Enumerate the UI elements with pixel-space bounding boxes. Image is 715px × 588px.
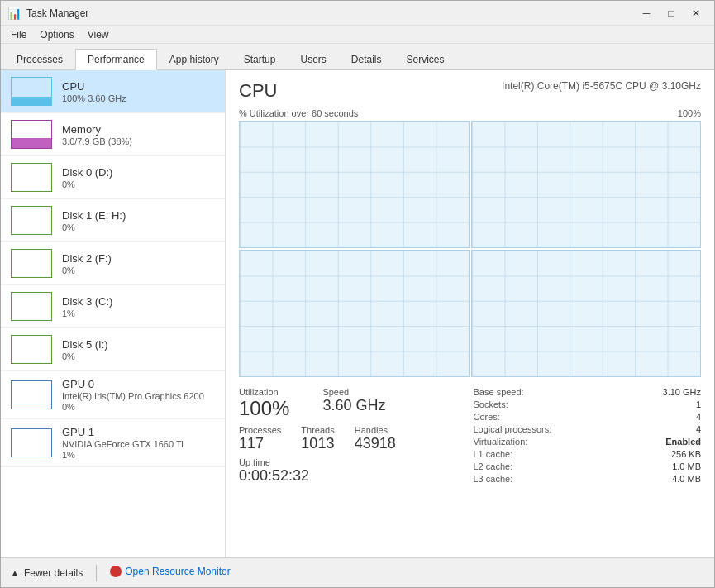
threads-section: Threads 1013	[301, 425, 334, 452]
sidebar-item-memory[interactable]: Memory 3.0/7.9 GB (38%)	[1, 113, 225, 156]
stats-left: Utilization 100% Speed 3.60 GHz	[239, 387, 467, 488]
stat-group-uptime: Up time 0:00:52:32	[239, 457, 467, 485]
sidebar-name-disk3: Disk 3 (C:)	[62, 295, 215, 308]
chevron-up-icon: ▲	[11, 568, 19, 577]
l1-label: L1 cache:	[474, 449, 513, 459]
speed-section: Speed 3.60 GHz	[322, 387, 385, 420]
fewer-details-button[interactable]: ▲ Fewer details	[11, 567, 83, 579]
l1-value: 256 KB	[671, 449, 701, 459]
stats-right: Base speed: 3.10 GHz Sockets: 1 Cores: 4…	[474, 387, 702, 488]
sidebar-name-gpu1: GPU 1	[62, 426, 215, 438]
stat-l3: L3 cache: 4.0 MB	[474, 474, 702, 484]
title-bar-controls: ─ □ ✕	[635, 5, 708, 22]
bottom-divider	[96, 565, 97, 581]
cpu-header: CPU Intel(R) Core(TM) i5-5675C CPU @ 3.1…	[239, 80, 701, 102]
sidebar-item-disk0[interactable]: Disk 0 (D:) 0%	[1, 156, 225, 199]
sidebar-item-gpu0[interactable]: GPU 0 Intel(R) Iris(TM) Pro Graphics 620…	[1, 371, 225, 419]
menu-file[interactable]: File	[4, 27, 33, 42]
processes-value: 117	[239, 435, 281, 452]
sidebar-item-disk5[interactable]: Disk 5 (I:) 0%	[1, 328, 225, 371]
sidebar-item-disk1[interactable]: Disk 1 (E: H:) 0%	[1, 199, 225, 242]
threads-label: Threads	[301, 425, 334, 435]
logical-value: 4	[696, 424, 701, 434]
sockets-value: 1	[696, 399, 701, 409]
virtualization-label: Virtualization:	[474, 437, 528, 447]
base-speed-label: Base speed:	[474, 387, 524, 397]
stat-logical: Logical processors: 4	[474, 424, 702, 434]
open-monitor-label: Open Resource Monitor	[125, 566, 230, 577]
sidebar-info-gpu1: GPU 1 NVIDIA GeForce GTX 1660 Ti 1%	[62, 426, 215, 460]
close-button[interactable]: ✕	[684, 5, 708, 22]
app-icon: 📊	[7, 7, 21, 20]
tab-users[interactable]: Users	[288, 48, 338, 69]
content-area: CPU 100% 3.60 GHz Memory 3.0/7.9 GB (38%…	[1, 70, 714, 557]
menu-view[interactable]: View	[81, 27, 116, 42]
l2-label: L2 cache:	[474, 461, 513, 471]
menu-options[interactable]: Options	[33, 27, 80, 42]
cpu-graph-grid-4	[472, 251, 701, 376]
sidebar-item-disk2[interactable]: Disk 2 (F:) 0%	[1, 242, 225, 285]
sidebar-info-disk3: Disk 3 (C:) 1%	[62, 295, 215, 318]
tab-app-history[interactable]: App history	[157, 48, 231, 69]
sidebar-thumb-disk1	[11, 206, 52, 235]
sidebar-name-disk2: Disk 2 (F:)	[62, 252, 215, 265]
maximize-button[interactable]: □	[660, 5, 683, 22]
sidebar-thumb-gpu1	[11, 428, 52, 457]
graph-label-bar: % Utilization over 60 seconds 100%	[239, 108, 701, 118]
open-resource-monitor-button[interactable]: Open Resource Monitor	[110, 566, 230, 580]
cpu-graph-grid-1	[240, 122, 469, 247]
l2-value: 1.0 MB	[672, 461, 701, 471]
sidebar-value-cpu: 100% 3.60 GHz	[62, 93, 215, 103]
sidebar-info-disk1: Disk 1 (E: H:) 0%	[62, 209, 215, 232]
sidebar-thumb-gpu0	[11, 380, 52, 409]
stat-base-speed: Base speed: 3.10 GHz	[474, 387, 702, 397]
sidebar-name-disk0: Disk 0 (D:)	[62, 166, 215, 179]
cpu-stats: Utilization 100% Speed 3.60 GHz	[239, 387, 701, 488]
tab-services[interactable]: Services	[394, 48, 457, 69]
utilization-value: 100%	[239, 397, 289, 420]
tab-processes[interactable]: Processes	[4, 48, 75, 69]
sidebar-item-disk3[interactable]: Disk 3 (C:) 1%	[1, 285, 225, 328]
sidebar-info-memory: Memory 3.0/7.9 GB (38%)	[62, 123, 215, 146]
processes-section: Processes 117	[239, 425, 281, 452]
sidebar-info-cpu: CPU 100% 3.60 GHz	[62, 80, 215, 103]
window-title: Task Manager	[26, 7, 88, 19]
stat-virtualization: Virtualization: Enabled	[474, 437, 702, 447]
tab-startup[interactable]: Startup	[231, 48, 288, 69]
sockets-label: Sockets:	[474, 399, 508, 409]
sidebar-thumb-disk2	[11, 249, 52, 278]
stat-group-proc-threads-handles: Processes 117 Threads 1013 Handles 43918	[239, 425, 467, 452]
stat-group-util-speed: Utilization 100% Speed 3.60 GHz	[239, 387, 467, 420]
processes-label: Processes	[239, 425, 281, 435]
sidebar-name-disk5: Disk 5 (I:)	[62, 338, 215, 351]
cpu-graph-4	[471, 250, 702, 377]
tab-details[interactable]: Details	[339, 48, 394, 69]
title-bar: 📊 Task Manager ─ □ ✕	[1, 1, 714, 26]
sidebar-info-disk2: Disk 2 (F:) 0%	[62, 252, 215, 275]
sidebar-item-gpu1[interactable]: GPU 1 NVIDIA GeForce GTX 1660 Ti 1%	[1, 419, 225, 467]
tab-performance[interactable]: Performance	[75, 49, 157, 70]
threads-value: 1013	[301, 435, 334, 452]
speed-value: 3.60 GHz	[322, 397, 385, 414]
sidebar-thumb-cpu	[11, 77, 52, 106]
handles-section: Handles 43918	[355, 425, 396, 452]
sidebar-item-cpu[interactable]: CPU 100% 3.60 GHz	[1, 70, 225, 113]
stat-sockets: Sockets: 1	[474, 399, 702, 409]
sidebar-thumb-disk5	[11, 335, 52, 364]
main-panel: CPU Intel(R) Core(TM) i5-5675C CPU @ 3.1…	[226, 70, 714, 557]
graph-max: 100%	[678, 108, 701, 118]
cpu-graph-3	[239, 250, 470, 377]
cores-label: Cores:	[474, 412, 500, 422]
uptime-value: 0:00:52:32	[239, 467, 467, 485]
sidebar-value-disk2: 0%	[62, 265, 215, 275]
sidebar-info-disk5: Disk 5 (I:) 0%	[62, 338, 215, 361]
sidebar-gpu0-model: Intel(R) Iris(TM) Pro Graphics 6200	[62, 391, 215, 401]
sidebar: CPU 100% 3.60 GHz Memory 3.0/7.9 GB (38%…	[1, 70, 226, 557]
minimize-button[interactable]: ─	[635, 5, 658, 22]
handles-value: 43918	[355, 435, 396, 452]
sidebar-value-disk0: 0%	[62, 179, 215, 189]
sidebar-name-gpu0: GPU 0	[62, 378, 215, 390]
sidebar-value-disk1: 0%	[62, 222, 215, 232]
cpu-title: CPU	[239, 80, 277, 102]
sidebar-value-memory: 3.0/7.9 GB (38%)	[62, 136, 215, 146]
